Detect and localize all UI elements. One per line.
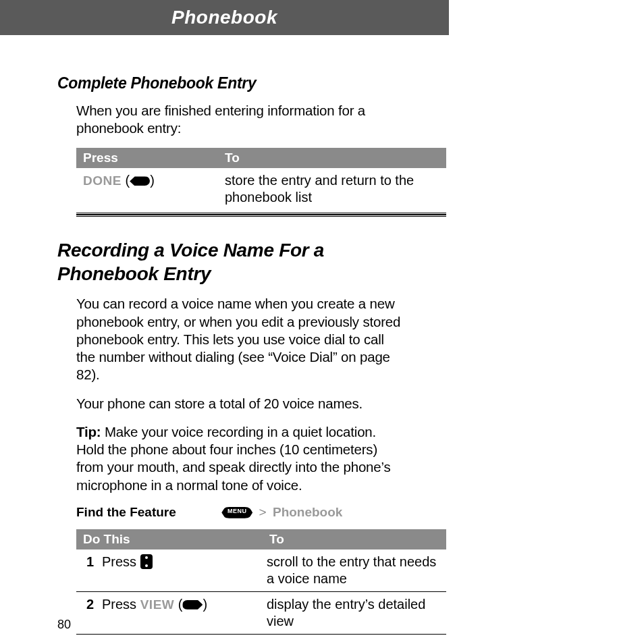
do-this-to-table: Do This To 1 Press scroll to the entry t… [76, 529, 446, 635]
table1-header-press: Press [76, 148, 218, 168]
step2-action: Press VIEW () [98, 591, 263, 634]
page-number: 80 [57, 618, 71, 632]
table-row: 2 Press VIEW () display the entry’s deta… [76, 591, 446, 634]
breadcrumb-separator: > [257, 505, 269, 519]
find-feature-label: Find the Feature [76, 505, 218, 520]
press-word: Press [102, 597, 140, 612]
step1-action: Press [98, 549, 263, 592]
page-content: Complete Phonebook Entry When you are fi… [0, 35, 459, 635]
section1-intro: When you are finished entering informati… [76, 102, 402, 137]
table-row: 1 Press scroll to the entry that needs a… [76, 549, 446, 592]
step-number: 2 [76, 591, 98, 634]
menu-key-icon [221, 507, 252, 518]
section-recording-title: Recording a Voice Name For a Phonebook E… [57, 238, 402, 286]
table1-row1-to: store the entry and return to the phoneb… [218, 168, 446, 214]
step2-to: display the entry’s detailed view [263, 591, 446, 634]
table1-bottom-rule [76, 215, 446, 217]
table2-header-to: To [263, 529, 446, 549]
section2-tip: Tip: Make your voice recording in a quie… [76, 423, 402, 494]
paren-open: ( [122, 173, 130, 188]
step1-to: scroll to the entry that needs a voice n… [263, 549, 446, 592]
breadcrumb-phonebook: Phonebook [273, 505, 342, 519]
table-row: DONE () store the entry and return to th… [76, 168, 446, 214]
find-the-feature: Find the Feature > Phonebook [76, 505, 402, 520]
scroll-key-icon [140, 554, 153, 569]
paren-close: ) [203, 597, 207, 612]
softkey-right-icon [182, 600, 203, 610]
press-word: Press [102, 554, 140, 569]
view-softkey-label: VIEW [140, 597, 175, 612]
paren-close: ) [150, 173, 155, 188]
chapter-header: Phonebook [0, 0, 449, 35]
table2-header-dothis: Do This [76, 529, 263, 549]
tip-label: Tip: [76, 424, 101, 439]
tip-body: Make your voice recording in a quiet loc… [76, 424, 391, 493]
section-complete-entry-title: Complete Phonebook Entry [57, 74, 402, 92]
section2-p1: You can record a voice name when you cre… [76, 295, 402, 383]
paren-open: ( [174, 597, 182, 612]
softkey-left-icon [130, 176, 150, 186]
table1-header-to: To [218, 148, 446, 168]
step-number: 1 [76, 549, 98, 592]
section2-p2: Your phone can store a total of 20 voice… [76, 395, 402, 412]
done-softkey-label: DONE [83, 173, 122, 188]
press-to-table: Press To DONE () store the entry and ret… [76, 148, 446, 215]
chapter-title: Phonebook [171, 7, 277, 28]
